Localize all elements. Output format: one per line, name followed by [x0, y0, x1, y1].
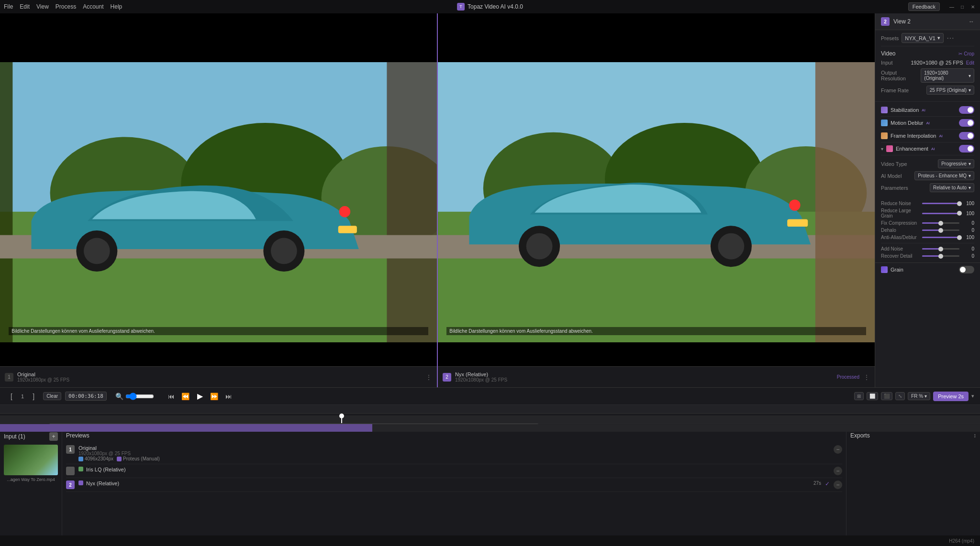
clip2-info: Nyx (Relative) 1920x1080px @ 25 FPS — [455, 371, 833, 382]
preview-2-badge — [66, 467, 75, 475]
presets-more[interactable]: ⋯ — [947, 33, 954, 43]
menu-view[interactable]: View — [36, 3, 49, 10]
input-filename: ...agen Way To Zero.mp4 — [4, 477, 58, 482]
reduce-large-grain-slider[interactable] — [922, 213, 959, 214]
svg-point-13 — [339, 206, 350, 217]
presets-row: Presets NYX_RA_V1 ▾ ⋯ — [875, 30, 980, 46]
zoom-slider[interactable] — [125, 393, 154, 400]
expand-icon[interactable]: ↔ — [969, 18, 974, 25]
feedback-button[interactable]: Feedback — [908, 2, 940, 11]
menu-process[interactable]: Process — [56, 3, 76, 10]
frame-rate-select[interactable]: 25 FPS (Original) ▾ — [926, 86, 974, 95]
playhead[interactable] — [341, 414, 342, 423]
dehalo-slider[interactable] — [922, 229, 959, 231]
video-label: Video — [881, 50, 895, 57]
goto-end-btn[interactable]: ⏭ — [223, 391, 234, 402]
clip2-menu[interactable]: ⋮ — [863, 373, 870, 381]
parameters-select[interactable]: Relative to Auto ▾ — [930, 183, 974, 192]
preview-3-name: Nyx (Relative) — [78, 480, 810, 486]
recover-detail-row: Recover Detail 0 — [881, 253, 974, 259]
edit-link[interactable]: Edit — [966, 60, 974, 66]
in-marker-btn[interactable]: [ — [6, 391, 17, 402]
reduce-noise-value: 100 — [962, 201, 974, 206]
timeline-track-2[interactable] — [0, 424, 980, 432]
fix-compression-slider[interactable] — [922, 222, 959, 224]
recover-detail-slider[interactable] — [922, 255, 959, 257]
output-res-select[interactable]: 1920×1080 (Original) ▾ — [921, 68, 974, 83]
sidebar-header: 2 View 2 ↔ — [875, 13, 980, 30]
menu-help[interactable]: Help — [111, 3, 122, 10]
check-icon: ✓ — [825, 480, 830, 487]
anti-alias-slider[interactable] — [922, 237, 959, 238]
split-btn[interactable]: ⬜ — [867, 392, 878, 400]
svg-rect-5 — [0, 62, 12, 343]
grain-toggle[interactable] — [959, 266, 974, 273]
preview-3-badge: 2 — [66, 480, 75, 489]
enhancement-icon — [886, 145, 893, 152]
ai-model-select[interactable]: Proteus - Enhance MQ ▾ — [914, 171, 974, 180]
enhancement-toggle[interactable] — [959, 145, 974, 153]
goto-start-btn[interactable]: ⏮ — [166, 391, 177, 402]
timeline[interactable] — [0, 404, 980, 428]
zoom-fit-btn[interactable]: ⤡ — [895, 392, 905, 400]
preview-1-badge: 1 — [66, 445, 75, 454]
enhancement-settings: Video Type Progressive ▾ AI Model Proteu… — [875, 157, 980, 197]
motion-deblur-icon — [881, 120, 888, 126]
clip2-bar: 2 Nyx (Relative) 1920x1080px @ 25 FPS Pr… — [438, 366, 875, 387]
step-forward-btn[interactable]: ⏩ — [209, 391, 220, 402]
minimize-button[interactable]: — — [948, 3, 955, 10]
reduce-large-grain-value: 100 — [962, 211, 974, 216]
add-noise-slider[interactable] — [922, 248, 959, 250]
input-thumbnail[interactable] — [4, 445, 58, 475]
preview-1-tag: 4096x2304px Proteus (Manual) — [78, 456, 830, 461]
parameters-label: Parameters — [881, 185, 908, 191]
timeline-track-1[interactable] — [0, 415, 980, 423]
stabilization-icon — [881, 107, 888, 113]
add-input-btn[interactable]: + — [49, 432, 58, 441]
video-type-select[interactable]: Progressive ▾ — [938, 159, 974, 168]
presets-label: Presets — [881, 35, 899, 41]
out-marker-btn[interactable]: ] — [28, 391, 39, 402]
step-back-btn[interactable]: ⏪ — [180, 391, 191, 402]
enhancement-collapse[interactable]: ▾ — [881, 146, 883, 152]
processed-subtitle: Bildliche Darstellungen können vom Ausli… — [446, 327, 866, 335]
clip1-bar: 1 Original 1920x1080px @ 25 FPS ⋮ — [0, 366, 437, 387]
input-value: 1920×1080 @ 25 FPS — [911, 60, 963, 66]
frame-interp-toggle[interactable] — [959, 132, 974, 140]
grain-icon — [881, 266, 888, 273]
menu-bar: File Edit View Process Account Help — [4, 3, 122, 10]
presets-select[interactable]: NYX_RA_V1 ▾ — [902, 33, 944, 43]
reduce-noise-slider[interactable] — [922, 203, 959, 204]
compare-btn[interactable]: ⬛ — [881, 392, 892, 400]
svg-point-24 — [718, 233, 745, 259]
clear-btn[interactable]: Clear — [43, 392, 61, 400]
fr-selector[interactable]: FR % ▾ — [908, 392, 930, 400]
stabilization-toggle[interactable] — [959, 106, 974, 114]
svg-point-11 — [271, 238, 297, 264]
motion-deblur-toggle[interactable] — [959, 119, 974, 127]
grid-btn[interactable]: ⊞ — [854, 392, 864, 400]
preview-3-duration: 27s — [813, 480, 821, 486]
play-btn[interactable]: ▶ — [194, 391, 206, 402]
panels-bottom: Input (1) + ...agen Way To Zero.mp4 Prev… — [0, 428, 980, 535]
menu-account[interactable]: Account — [83, 3, 103, 10]
add-noise-label: Add Noise — [881, 246, 919, 251]
preview-dropdown[interactable]: ▾ — [971, 393, 974, 399]
exports-expand[interactable]: ↕ — [973, 432, 976, 439]
close-button[interactable]: ✕ — [969, 3, 976, 10]
clip2-status: Processed — [837, 374, 859, 380]
add-noise-value: 0 — [962, 246, 974, 251]
clip1-menu[interactable]: ⋮ — [425, 373, 432, 381]
maximize-button[interactable]: □ — [959, 3, 966, 10]
preview-1-remove[interactable]: − — [834, 445, 842, 454]
preview-2-remove[interactable]: − — [834, 467, 842, 475]
add-noise-row: Add Noise 0 — [881, 246, 974, 251]
fix-compression-row: Fix Compression 0 — [881, 220, 974, 226]
menu-file[interactable]: File — [4, 3, 13, 10]
preview-2s-btn[interactable]: Preview 2s — [933, 392, 969, 401]
original-video-frame: Bildliche Darstellungen können vom Ausli… — [0, 13, 437, 387]
menu-edit[interactable]: Edit — [20, 3, 30, 10]
crop-button[interactable]: ✂ Crop — [958, 51, 974, 56]
in-value: 1 — [21, 393, 24, 399]
preview-3-remove[interactable]: − — [834, 480, 842, 489]
